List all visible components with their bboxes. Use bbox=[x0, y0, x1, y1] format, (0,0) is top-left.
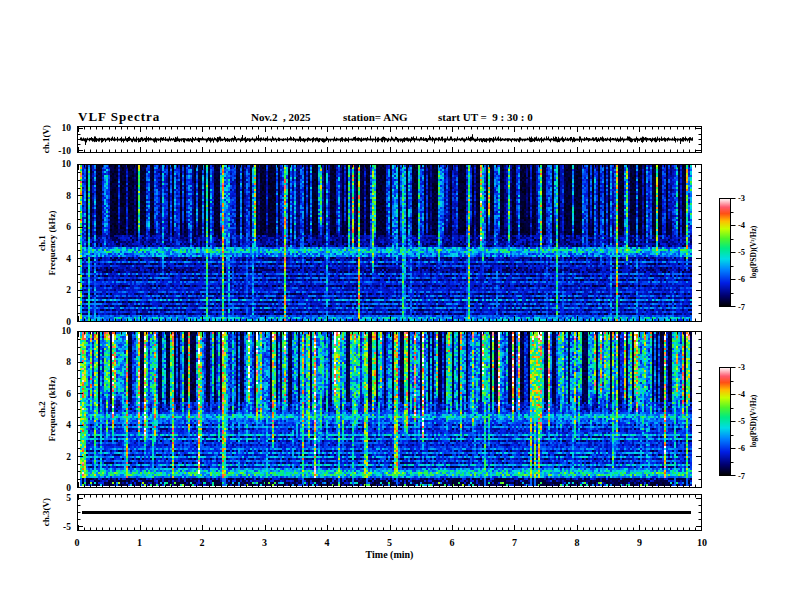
x-tick-label: 5 bbox=[387, 537, 392, 548]
time-axis-ticks: 012345678910 bbox=[77, 537, 702, 549]
ch1-spectrogram-canvas bbox=[77, 164, 702, 322]
y-tick-label: 6 bbox=[66, 389, 71, 399]
y-tick-label: 0 bbox=[66, 483, 71, 493]
ch2-frequency-axis-label: Frequency (kHz) bbox=[47, 376, 57, 441]
y-tick-label: 5 bbox=[66, 493, 71, 503]
ch3-waveform-panel bbox=[77, 494, 702, 531]
y-tick-label: 8 bbox=[66, 191, 71, 201]
ch2-spectrogram-panel bbox=[77, 331, 702, 488]
ch2-spectrogram-canvas bbox=[77, 331, 702, 488]
y-tick-label: 6 bbox=[66, 222, 71, 232]
y-tick-label: 10 bbox=[62, 326, 72, 336]
y-tick-label: 2 bbox=[66, 285, 71, 295]
colorbar-tick-label: -6 bbox=[738, 275, 745, 284]
ch1-colorbar bbox=[719, 198, 737, 307]
ch3-voltage-label: ch.3(V) bbox=[41, 498, 51, 526]
time-axis-label: Time (min) bbox=[77, 549, 702, 560]
y-tick-label: -5 bbox=[63, 522, 71, 532]
ch2-psd-label: log(PSD)(V²/Hz) bbox=[749, 395, 758, 448]
ch2-colorbar bbox=[719, 367, 737, 476]
figure-date: Nov.2 , 2025 bbox=[251, 111, 311, 123]
x-tick-label: 8 bbox=[575, 537, 580, 548]
x-tick-label: 7 bbox=[512, 537, 517, 548]
figure-title: VLF Spectra bbox=[78, 109, 160, 125]
x-tick-label: 10 bbox=[697, 537, 707, 548]
y-tick-label: 8 bbox=[66, 357, 71, 367]
ch1-psd-label: log(PSD)(V²/Hz) bbox=[749, 226, 758, 279]
y-tick-label: 2 bbox=[66, 452, 71, 462]
ch1-frequency-axis-label: Frequency (kHz) bbox=[47, 210, 57, 275]
x-tick-label: 6 bbox=[450, 537, 455, 548]
x-tick-label: 3 bbox=[262, 537, 267, 548]
colorbar-tick-label: -5 bbox=[738, 417, 745, 426]
colorbar-tick-label: -4 bbox=[738, 390, 745, 399]
x-tick-label: 4 bbox=[325, 537, 330, 548]
ch2-label: ch.2 bbox=[37, 376, 47, 441]
colorbar-tick-label: -7 bbox=[738, 303, 745, 312]
colorbar-tick-label: -6 bbox=[738, 444, 745, 453]
ch1-colorbar-canvas bbox=[719, 198, 737, 307]
colorbar-tick-label: -3 bbox=[738, 194, 745, 203]
colorbar-tick-label: -4 bbox=[738, 221, 745, 230]
colorbar-tick-label: -7 bbox=[738, 472, 745, 481]
y-tick-label: 10 bbox=[62, 123, 72, 133]
station-label: station= ANG bbox=[343, 111, 408, 123]
y-tick-label: -10 bbox=[58, 146, 71, 156]
y-tick-label: 4 bbox=[66, 420, 71, 430]
x-tick-label: 9 bbox=[637, 537, 642, 548]
ch1-waveform-panel bbox=[77, 126, 702, 153]
x-tick-label: 1 bbox=[137, 537, 142, 548]
ch1-label: ch.1 bbox=[37, 210, 47, 275]
x-tick-label: 2 bbox=[200, 537, 205, 548]
y-tick-label: 4 bbox=[66, 254, 71, 264]
y-tick-label: 10 bbox=[62, 159, 72, 169]
ch1-waveform-canvas bbox=[77, 126, 702, 153]
vlf-spectra-figure: VLF Spectra Nov.2 , 2025 station= ANG st… bbox=[0, 0, 792, 612]
ch1-spectrogram-panel bbox=[77, 164, 702, 322]
colorbar-tick-label: -5 bbox=[738, 248, 745, 257]
ch1-voltage-label: ch.1(V) bbox=[41, 125, 51, 153]
colorbar-tick-label: -3 bbox=[738, 363, 745, 372]
start-ut-label: start UT = 9 : 30 : 0 bbox=[438, 111, 533, 123]
x-tick-label: 0 bbox=[75, 537, 80, 548]
ch3-waveform-canvas bbox=[77, 494, 702, 531]
ch2-colorbar-canvas bbox=[719, 367, 737, 476]
